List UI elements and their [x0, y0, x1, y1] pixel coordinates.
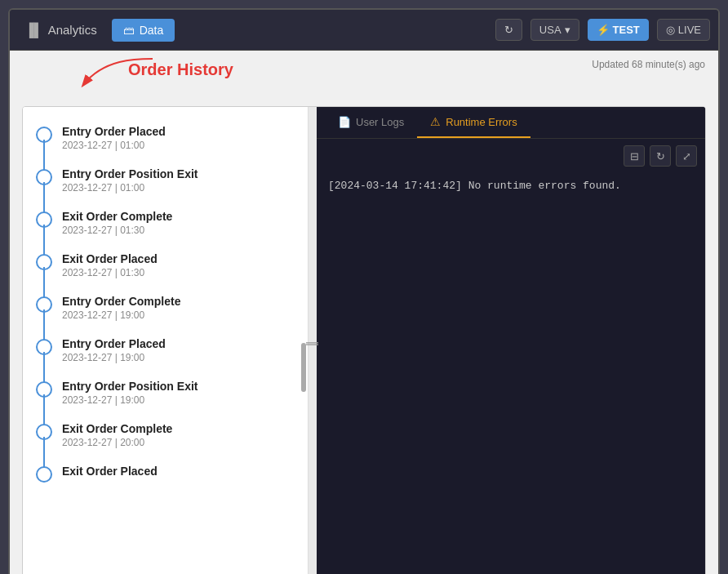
app-brand: ▐▌ Analytics	[18, 23, 104, 38]
order-list-item[interactable]: Exit Order Placed	[36, 456, 295, 491]
expand-log-button[interactable]: ⤢	[676, 145, 697, 167]
order-title: Exit Order Complete	[62, 210, 295, 223]
region-selector[interactable]: USA ▾	[530, 19, 579, 41]
order-details: Entry Order Placed 2023-12-27 | 01:00	[62, 125, 295, 151]
order-details: Entry Order Complete 2023-12-27 | 19:00	[62, 295, 295, 321]
order-date: 2023-12-27 | 01:30	[62, 267, 295, 278]
order-dot	[36, 466, 52, 483]
app-window: ▐▌ Analytics 🗃 Data ↻ USA ▾ ⚡ TEST ◎ LIV…	[8, 8, 720, 574]
warning-icon: ⚠	[430, 115, 441, 128]
data-tab-icon: 🗃	[123, 24, 135, 37]
resize-handle[interactable]: ||	[309, 107, 317, 574]
live-icon: ◎	[666, 24, 675, 36]
order-title: Entry Order Position Exit	[62, 167, 295, 180]
order-details: Entry Order Position Exit 2023-12-27 | 0…	[62, 167, 295, 194]
order-list-item[interactable]: Entry Order Position Exit 2023-12-27 | 0…	[36, 159, 295, 202]
resize-icon: ||	[305, 341, 320, 345]
order-title: Entry Order Complete	[62, 295, 295, 308]
chevron-down-icon: ▾	[565, 24, 570, 36]
log-tabs: 📄 User Logs ⚠ Runtime Errors	[317, 107, 705, 139]
order-date: 2023-12-27 | 01:30	[62, 225, 295, 236]
order-title: Exit Order Complete	[62, 422, 295, 435]
order-dot	[36, 127, 52, 143]
order-details: Exit Order Complete 2023-12-27 | 20:00	[62, 422, 295, 448]
log-entry: [2024-03-14 17:41:42] No runtime errors …	[328, 180, 621, 192]
content-panels: Entry Order Placed 2023-12-27 | 01:00 En…	[22, 106, 706, 574]
order-dot	[36, 254, 52, 270]
log-panel: 📄 User Logs ⚠ Runtime Errors ⊟ ↻ ⤢ [2024…	[317, 107, 705, 574]
order-details: Exit Order Complete 2023-12-27 | 01:30	[62, 210, 295, 236]
refresh-log-button[interactable]: ↻	[650, 145, 671, 167]
order-dot	[36, 211, 52, 228]
order-history-panel: Entry Order Placed 2023-12-27 | 01:00 En…	[23, 107, 309, 574]
order-list-item[interactable]: Entry Order Placed 2023-12-27 | 19:00	[36, 329, 295, 372]
test-button[interactable]: ⚡ TEST	[588, 19, 649, 41]
order-date: 2023-12-27 | 19:00	[62, 394, 295, 406]
order-dot	[36, 296, 52, 313]
live-button[interactable]: ◎ LIVE	[657, 19, 710, 41]
order-date: 2023-12-27 | 19:00	[62, 352, 295, 363]
order-title: Entry Order Position Exit	[62, 380, 295, 393]
order-title: Exit Order Placed	[62, 252, 295, 265]
tab-data[interactable]: 🗃 Data	[112, 19, 175, 42]
order-date: 2023-12-27 | 20:00	[62, 437, 295, 448]
order-date: 2023-12-27 | 01:00	[62, 140, 295, 151]
order-dot	[36, 381, 52, 398]
app-title: Analytics	[48, 23, 97, 37]
scrollbar-thumb[interactable]	[301, 343, 306, 392]
order-dot	[36, 424, 52, 440]
main-content: Updated 68 minute(s) ago Order History	[10, 51, 718, 574]
order-history-label: Order History	[128, 60, 233, 79]
analytics-icon: ▐▌	[24, 23, 43, 38]
order-list: Entry Order Placed 2023-12-27 | 01:00 En…	[23, 107, 308, 501]
order-list-item[interactable]: Entry Order Placed 2023-12-27 | 01:00	[36, 117, 295, 159]
order-details: Entry Order Position Exit 2023-12-27 | 1…	[62, 380, 295, 406]
order-list-item[interactable]: Entry Order Position Exit 2023-12-27 | 1…	[36, 372, 295, 414]
order-date: 2023-12-27 | 01:00	[62, 182, 295, 194]
order-list-item[interactable]: Exit Order Complete 2023-12-27 | 20:00	[36, 414, 295, 456]
log-toolbar: ⊟ ↻ ⤢	[317, 139, 705, 173]
order-title: Entry Order Placed	[62, 125, 295, 138]
order-date: 2023-12-27 | 19:00	[62, 309, 295, 321]
log-output: [2024-03-14 17:41:42] No runtime errors …	[317, 173, 705, 574]
toolbar: ▐▌ Analytics 🗃 Data ↻ USA ▾ ⚡ TEST ◎ LIV…	[10, 10, 718, 51]
order-title: Entry Order Placed	[62, 337, 295, 350]
minimize-log-button[interactable]: ⊟	[624, 145, 645, 167]
tab-user-logs[interactable]: 📄 User Logs	[325, 107, 417, 138]
order-list-item[interactable]: Exit Order Placed 2023-12-27 | 01:30	[36, 244, 295, 287]
test-icon: ⚡	[597, 24, 610, 36]
order-dot	[36, 339, 52, 355]
order-list-item[interactable]: Exit Order Complete 2023-12-27 | 01:30	[36, 202, 295, 244]
order-dot	[36, 169, 52, 185]
order-title: Exit Order Placed	[62, 465, 295, 478]
refresh-button[interactable]: ↻	[495, 19, 522, 41]
order-details: Exit Order Placed 2023-12-27 | 01:30	[62, 252, 295, 278]
order-list-item[interactable]: Entry Order Complete 2023-12-27 | 19:00	[36, 287, 295, 329]
order-details: Exit Order Placed	[62, 465, 295, 479]
user-logs-icon: 📄	[338, 116, 351, 128]
tab-runtime-errors[interactable]: ⚠ Runtime Errors	[417, 107, 530, 138]
order-details: Entry Order Placed 2023-12-27 | 19:00	[62, 337, 295, 363]
